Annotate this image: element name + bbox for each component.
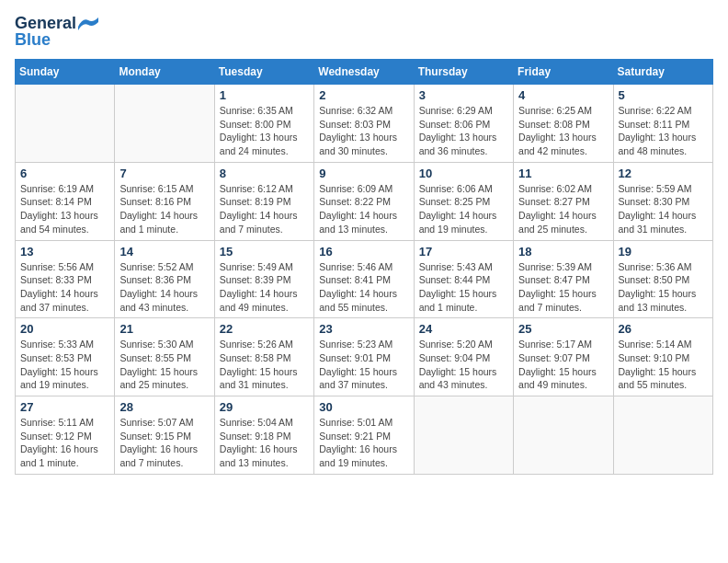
- calendar-cell: 14Sunrise: 5:52 AMSunset: 8:36 PMDayligh…: [115, 240, 214, 318]
- day-info: Sunrise: 5:30 AMSunset: 8:55 PMDaylight:…: [119, 338, 209, 392]
- day-number: 19: [619, 245, 708, 259]
- day-info: Sunrise: 5:11 AMSunset: 9:12 PMDaylight:…: [20, 416, 109, 470]
- calendar-cell: 12Sunrise: 5:59 AMSunset: 8:30 PMDayligh…: [613, 162, 712, 240]
- calendar-cell: 29Sunrise: 5:04 AMSunset: 9:18 PMDayligh…: [214, 396, 313, 475]
- calendar-cell: 6Sunrise: 6:19 AMSunset: 8:14 PMDaylight…: [16, 162, 115, 240]
- calendar-cell: 7Sunrise: 6:15 AMSunset: 8:16 PMDaylight…: [115, 162, 214, 240]
- day-number: 9: [319, 167, 408, 180]
- day-number: 17: [419, 245, 508, 259]
- day-number: 5: [619, 88, 708, 102]
- weekday-header-friday: Friday: [514, 60, 613, 85]
- calendar-cell: 24Sunrise: 5:20 AMSunset: 9:04 PMDayligh…: [414, 318, 513, 396]
- day-number: 10: [419, 167, 508, 180]
- day-info: Sunrise: 5:20 AMSunset: 9:04 PMDaylight:…: [419, 338, 508, 392]
- calendar-cell: 17Sunrise: 5:43 AMSunset: 8:44 PMDayligh…: [414, 240, 513, 318]
- day-info: Sunrise: 6:12 AMSunset: 8:19 PMDaylight:…: [220, 182, 309, 236]
- day-number: 13: [20, 245, 109, 259]
- day-info: Sunrise: 5:49 AMSunset: 8:39 PMDaylight:…: [220, 260, 309, 315]
- calendar-cell: 26Sunrise: 5:14 AMSunset: 9:10 PMDayligh…: [613, 318, 712, 396]
- day-number: 12: [619, 167, 708, 180]
- calendar-cell: 27Sunrise: 5:11 AMSunset: 9:12 PMDayligh…: [16, 396, 115, 475]
- day-info: Sunrise: 5:59 AMSunset: 8:30 PMDaylight:…: [619, 182, 708, 236]
- day-info: Sunrise: 5:04 AMSunset: 9:18 PMDaylight:…: [220, 416, 309, 470]
- day-info: Sunrise: 6:22 AMSunset: 8:11 PMDaylight:…: [619, 104, 708, 158]
- calendar-cell: 9Sunrise: 6:09 AMSunset: 8:22 PMDaylight…: [314, 162, 414, 240]
- day-info: Sunrise: 6:09 AMSunset: 8:22 PMDaylight:…: [319, 182, 408, 236]
- logo: General Blue: [15, 15, 98, 48]
- calendar-cell: [613, 396, 712, 475]
- day-info: Sunrise: 5:26 AMSunset: 8:58 PMDaylight:…: [220, 338, 309, 392]
- weekday-header-saturday: Saturday: [613, 60, 712, 85]
- day-number: 7: [119, 167, 209, 180]
- day-number: 8: [220, 167, 309, 180]
- day-info: Sunrise: 5:07 AMSunset: 9:15 PMDaylight:…: [119, 416, 209, 470]
- day-number: 26: [619, 322, 708, 336]
- calendar-cell: 1Sunrise: 6:35 AMSunset: 8:00 PMDaylight…: [214, 85, 313, 163]
- calendar-cell: 20Sunrise: 5:33 AMSunset: 8:53 PMDayligh…: [16, 318, 115, 396]
- day-number: 4: [518, 88, 608, 102]
- calendar-cell: 23Sunrise: 5:23 AMSunset: 9:01 PMDayligh…: [314, 318, 414, 396]
- day-info: Sunrise: 5:01 AMSunset: 9:21 PMDaylight:…: [319, 416, 408, 470]
- calendar-cell: [414, 396, 513, 475]
- day-number: 20: [20, 322, 109, 336]
- day-number: 6: [20, 167, 109, 180]
- day-info: Sunrise: 6:02 AMSunset: 8:27 PMDaylight:…: [518, 182, 608, 236]
- weekday-header-monday: Monday: [115, 60, 214, 85]
- calendar-cell: [16, 85, 115, 163]
- calendar-cell: 25Sunrise: 5:17 AMSunset: 9:07 PMDayligh…: [514, 318, 613, 396]
- day-number: 24: [419, 322, 508, 336]
- header: General Blue: [15, 15, 713, 48]
- day-info: Sunrise: 5:33 AMSunset: 8:53 PMDaylight:…: [20, 338, 109, 392]
- calendar-cell: 3Sunrise: 6:29 AMSunset: 8:06 PMDaylight…: [414, 85, 513, 163]
- weekday-header-thursday: Thursday: [414, 60, 513, 85]
- day-number: 23: [319, 322, 408, 336]
- calendar-cell: 4Sunrise: 6:25 AMSunset: 8:08 PMDaylight…: [514, 85, 613, 163]
- day-info: Sunrise: 5:17 AMSunset: 9:07 PMDaylight:…: [518, 338, 608, 392]
- day-info: Sunrise: 5:39 AMSunset: 8:47 PMDaylight:…: [518, 260, 608, 315]
- day-info: Sunrise: 6:29 AMSunset: 8:06 PMDaylight:…: [419, 104, 508, 158]
- calendar-cell: [115, 85, 214, 163]
- calendar-cell: 11Sunrise: 6:02 AMSunset: 8:27 PMDayligh…: [514, 162, 613, 240]
- calendar-cell: 8Sunrise: 6:12 AMSunset: 8:19 PMDaylight…: [214, 162, 313, 240]
- day-number: 11: [518, 167, 608, 180]
- weekday-header-sunday: Sunday: [16, 60, 115, 85]
- day-info: Sunrise: 6:35 AMSunset: 8:00 PMDaylight:…: [220, 104, 309, 158]
- day-number: 28: [119, 400, 209, 414]
- calendar-cell: 19Sunrise: 5:36 AMSunset: 8:50 PMDayligh…: [613, 240, 712, 318]
- calendar-cell: [514, 396, 613, 475]
- logo-blue: Blue: [15, 31, 51, 48]
- day-info: Sunrise: 5:23 AMSunset: 9:01 PMDaylight:…: [319, 338, 408, 392]
- calendar-cell: 28Sunrise: 5:07 AMSunset: 9:15 PMDayligh…: [115, 396, 214, 475]
- calendar-cell: 22Sunrise: 5:26 AMSunset: 8:58 PMDayligh…: [214, 318, 313, 396]
- day-number: 15: [220, 245, 309, 259]
- calendar-cell: 21Sunrise: 5:30 AMSunset: 8:55 PMDayligh…: [115, 318, 214, 396]
- day-number: 29: [220, 400, 309, 414]
- day-info: Sunrise: 6:19 AMSunset: 8:14 PMDaylight:…: [20, 182, 109, 236]
- day-number: 30: [319, 400, 408, 414]
- day-number: 2: [319, 88, 408, 102]
- day-info: Sunrise: 6:32 AMSunset: 8:03 PMDaylight:…: [319, 104, 408, 158]
- day-info: Sunrise: 5:36 AMSunset: 8:50 PMDaylight:…: [619, 260, 708, 315]
- calendar: SundayMondayTuesdayWednesdayThursdayFrid…: [15, 59, 713, 475]
- calendar-cell: 2Sunrise: 6:32 AMSunset: 8:03 PMDaylight…: [314, 85, 414, 163]
- day-info: Sunrise: 6:25 AMSunset: 8:08 PMDaylight:…: [518, 104, 608, 158]
- day-number: 22: [220, 322, 309, 336]
- day-number: 14: [119, 245, 209, 259]
- day-info: Sunrise: 5:46 AMSunset: 8:41 PMDaylight:…: [319, 260, 408, 315]
- calendar-cell: 18Sunrise: 5:39 AMSunset: 8:47 PMDayligh…: [514, 240, 613, 318]
- calendar-cell: 13Sunrise: 5:56 AMSunset: 8:33 PMDayligh…: [16, 240, 115, 318]
- weekday-header-tuesday: Tuesday: [214, 60, 313, 85]
- day-info: Sunrise: 6:15 AMSunset: 8:16 PMDaylight:…: [119, 182, 209, 236]
- day-number: 18: [518, 245, 608, 259]
- calendar-cell: 10Sunrise: 6:06 AMSunset: 8:25 PMDayligh…: [414, 162, 513, 240]
- calendar-cell: 15Sunrise: 5:49 AMSunset: 8:39 PMDayligh…: [214, 240, 313, 318]
- day-number: 27: [20, 400, 109, 414]
- calendar-cell: 30Sunrise: 5:01 AMSunset: 9:21 PMDayligh…: [314, 396, 414, 475]
- day-info: Sunrise: 6:06 AMSunset: 8:25 PMDaylight:…: [419, 182, 508, 236]
- weekday-header-wednesday: Wednesday: [314, 60, 414, 85]
- day-number: 3: [419, 88, 508, 102]
- day-number: 1: [220, 88, 309, 102]
- day-info: Sunrise: 5:43 AMSunset: 8:44 PMDaylight:…: [419, 260, 508, 315]
- day-number: 21: [119, 322, 209, 336]
- calendar-cell: 16Sunrise: 5:46 AMSunset: 8:41 PMDayligh…: [314, 240, 414, 318]
